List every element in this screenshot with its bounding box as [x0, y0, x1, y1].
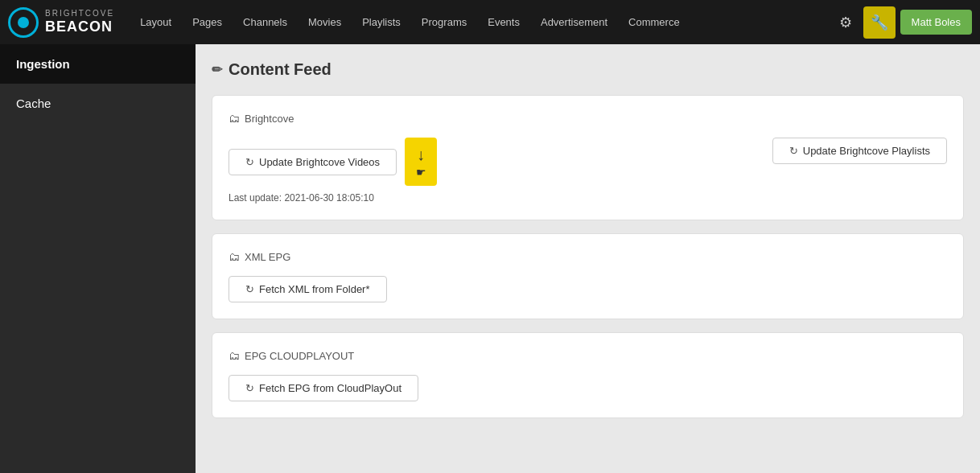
- top-navigation: brightcove BEACON Layout Pages Channels …: [0, 0, 980, 44]
- update-videos-button[interactable]: ↻ Update Brightcove Videos: [229, 149, 397, 175]
- folder-icon-epg-cloudplayout: 🗂: [229, 349, 240, 362]
- epg-cloudplayout-section: 🗂 EPG CLOUDPLAYOUT ↻ Fetch EPG from Clou…: [212, 332, 964, 418]
- epg-cloudplayout-label-text: EPG CLOUDPLAYOUT: [245, 350, 354, 362]
- logo-inner-dot: [18, 17, 29, 28]
- yellow-download-button[interactable]: ↓ ☛: [405, 138, 437, 186]
- fetch-epg-button[interactable]: ↻ Fetch EPG from CloudPlayOut: [229, 375, 418, 401]
- folder-icon-brightcove: 🗂: [229, 112, 240, 125]
- sidebar-item-ingestion[interactable]: Ingestion: [0, 44, 196, 84]
- content-area: ✏ Content Feed 🗂 Brightcove ↻ Update Bri…: [196, 44, 980, 473]
- page-title: ✏ Content Feed: [212, 60, 964, 79]
- xml-epg-label: 🗂 XML EPG: [229, 250, 947, 263]
- epg-cloudplayout-btn-row: ↻ Fetch EPG from CloudPlayOut: [229, 375, 947, 401]
- fetch-xml-button[interactable]: ↻ Fetch XML from Folder*: [229, 276, 387, 302]
- download-icon: ↓: [417, 146, 425, 164]
- xml-epg-label-text: XML EPG: [245, 251, 290, 263]
- nav-layout[interactable]: Layout: [130, 10, 181, 35]
- update-playlists-label: Update Brightcove Playlists: [803, 145, 930, 157]
- logo-text: brightcove BEACON: [45, 9, 114, 36]
- brightcove-label-text: Brightcove: [245, 113, 294, 125]
- fetch-epg-label: Fetch EPG from CloudPlayOut: [259, 382, 401, 394]
- nav-programs[interactable]: Programs: [412, 10, 476, 35]
- nav-movies[interactable]: Movies: [299, 10, 351, 35]
- nav-events[interactable]: Events: [478, 10, 529, 35]
- cursor-icon: ☛: [416, 166, 426, 179]
- brightcove-right-btn: ↻ Update Brightcove Playlists: [772, 138, 947, 164]
- refresh-icon-playlists: ↻: [789, 145, 798, 157]
- nav-playlists[interactable]: Playlists: [352, 10, 410, 35]
- nav-pages[interactable]: Pages: [183, 10, 232, 35]
- sidebar-item-cache[interactable]: Cache: [0, 84, 196, 123]
- brightcove-btn-line: ↻ Update Brightcove Videos ↓ ☛: [229, 138, 437, 186]
- nav-icon-area: ⚙ 🔧 Matt Boles: [830, 6, 972, 39]
- pencil-icon: ✏: [212, 62, 222, 77]
- settings-icon[interactable]: ⚙: [830, 6, 862, 39]
- refresh-icon-videos: ↻: [245, 156, 254, 168]
- folder-icon-xml-epg: 🗂: [229, 250, 240, 263]
- brightcove-section: 🗂 Brightcove ↻ Update Brightcove Videos …: [212, 95, 964, 220]
- nav-advertisement[interactable]: Advertisement: [531, 10, 617, 35]
- xml-epg-btn-row: ↻ Fetch XML from Folder*: [229, 276, 947, 302]
- xml-epg-section: 🗂 XML EPG ↻ Fetch XML from Folder*: [212, 233, 964, 319]
- logo-circle: [8, 7, 39, 38]
- refresh-icon-xml: ↻: [245, 283, 254, 295]
- page-title-text: Content Feed: [229, 60, 331, 79]
- nav-links: Layout Pages Channels Movies Playlists P…: [130, 10, 829, 35]
- fetch-xml-label: Fetch XML from Folder*: [259, 283, 370, 295]
- last-update-text: Last update: 2021-06-30 18:05:10: [229, 192, 437, 204]
- logo[interactable]: brightcove BEACON: [8, 7, 114, 38]
- brightcove-left-btns: ↻ Update Brightcove Videos ↓ ☛ Last upda…: [229, 138, 437, 204]
- refresh-icon-epg: ↻: [245, 382, 254, 394]
- user-menu-button[interactable]: Matt Boles: [900, 10, 972, 35]
- nav-commerce[interactable]: Commerce: [619, 10, 690, 35]
- sidebar: Ingestion Cache: [0, 44, 196, 473]
- epg-cloudplayout-label: 🗂 EPG CLOUDPLAYOUT: [229, 349, 947, 362]
- wrench-icon[interactable]: 🔧: [863, 6, 896, 39]
- update-videos-label: Update Brightcove Videos: [259, 156, 380, 168]
- main-layout: Ingestion Cache ✏ Content Feed 🗂 Brightc…: [0, 44, 980, 473]
- brightcove-btn-row: ↻ Update Brightcove Videos ↓ ☛ Last upda…: [229, 138, 947, 204]
- brightcove-label: 🗂 Brightcove: [229, 112, 947, 125]
- nav-channels[interactable]: Channels: [233, 10, 297, 35]
- update-playlists-button[interactable]: ↻ Update Brightcove Playlists: [772, 138, 947, 164]
